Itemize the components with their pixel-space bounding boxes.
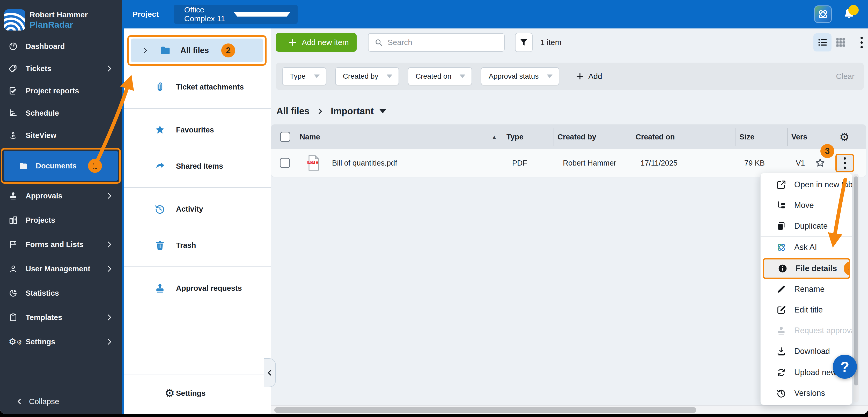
sidebar-item-schedule[interactable]: Schedule: [0, 102, 122, 124]
sidebar-item-statistics[interactable]: Statistics: [0, 281, 122, 305]
menu-item-edit-title[interactable]: Edit title: [761, 299, 852, 320]
docs-panel-item-activity[interactable]: Activity: [124, 191, 271, 227]
menu-item-move[interactable]: Move: [761, 195, 852, 216]
sidebar-item-siteview[interactable]: SiteView: [0, 124, 122, 147]
breadcrumb-current-dropdown[interactable]: Important: [331, 106, 386, 117]
filter-pill-type[interactable]: Type: [282, 67, 326, 85]
horizontal-scrollbar-thumb[interactable]: [274, 407, 696, 413]
menu-item-label: Download: [794, 347, 830, 356]
sidebar-item-label: User Management: [26, 265, 90, 273]
menu-item-file-details[interactable]: File details 4: [763, 258, 850, 279]
column-divider: [787, 128, 788, 146]
sidebar-item-label: Dashboard: [26, 42, 65, 51]
column-header-created-on[interactable]: Created on: [636, 124, 675, 149]
chevron-right-icon: [316, 107, 324, 115]
menu-item-open-in-new-tab[interactable]: Open in new tab: [761, 174, 852, 195]
app-name: PlanRadar: [30, 20, 88, 30]
add-new-item-button[interactable]: Add new item: [276, 33, 356, 52]
add-filter-button[interactable]: Add: [572, 72, 602, 81]
column-divider: [735, 128, 736, 146]
sidebar-item-settings[interactable]: ⚙⚙Settings: [0, 329, 122, 354]
breadcrumb-root[interactable]: All files: [276, 106, 310, 117]
pencil-icon: [776, 284, 786, 294]
sidebar-item-label: Documents: [36, 162, 76, 170]
folder-icon: [160, 45, 171, 56]
add-filter-label: Add: [588, 72, 602, 81]
docs-panel-item-label: Trash: [176, 241, 196, 250]
share-icon: [154, 160, 166, 172]
docs-panel-item-all-files[interactable]: All files 2: [131, 38, 263, 62]
select-all-checkbox[interactable]: [280, 132, 290, 142]
menu-item-rename[interactable]: Rename: [761, 279, 852, 299]
report-icon: [8, 86, 18, 95]
chevron-left-icon: [16, 397, 23, 405]
sidebar-item-documents[interactable]: Documents 1: [4, 151, 118, 181]
horizontal-scrollbar: [271, 405, 868, 414]
view-toggles: [813, 33, 864, 52]
filter-pill-created-on[interactable]: Created on: [408, 67, 472, 85]
sidebar-item-tickets[interactable]: Tickets: [0, 57, 122, 80]
menu-item-label: Move: [794, 201, 814, 210]
chevron-left-icon: [266, 369, 274, 377]
filter-button[interactable]: [515, 33, 533, 52]
column-header-vers[interactable]: Vers: [792, 124, 807, 149]
help-button[interactable]: ?: [833, 355, 857, 379]
docs-panel-item-approval-requests[interactable]: Approval requests: [124, 270, 271, 306]
flag-icon: [8, 240, 18, 249]
menu-item-duplicate[interactable]: Duplicate: [761, 216, 852, 236]
edit-icon: [776, 305, 786, 315]
item-count: 1 item: [540, 38, 562, 47]
sidebar-item-label: Projects: [26, 216, 55, 225]
docs-panel-item-label: Ticket attachments: [176, 83, 244, 91]
column-header-name[interactable]: Name: [300, 124, 320, 149]
column-header-created-by[interactable]: Created by: [557, 124, 596, 149]
context-menu-scrollbar-thumb[interactable]: [854, 177, 858, 385]
collapse-sidebar-button[interactable]: Collapse: [0, 389, 122, 414]
menu-item-label: Ask AI: [794, 243, 817, 252]
filter-pill-created-by[interactable]: Created by: [335, 67, 399, 85]
main-sidebar-nav: Dashboard Tickets Project reports Schedu…: [0, 35, 122, 389]
sort-ascending-icon: ▲: [492, 124, 497, 149]
collapse-panel-tab[interactable]: [264, 358, 276, 387]
sidebar-item-dashboard[interactable]: Dashboard: [0, 35, 122, 57]
docs-panel-item-trash[interactable]: Trash: [124, 227, 271, 263]
docs-panel-item-ticket-attachments[interactable]: Ticket attachments: [124, 69, 271, 105]
ask-ai-icon: [776, 242, 786, 253]
ai-assistant-button[interactable]: [814, 5, 832, 23]
docs-panel-item-shared-items[interactable]: Shared Items: [124, 148, 271, 184]
sidebar-item-label: Project reports: [26, 87, 79, 95]
column-header-type[interactable]: Type: [506, 124, 524, 149]
menu-item-ask-ai[interactable]: Ask AI: [761, 237, 852, 258]
docs-panel-item-label: Settings: [176, 389, 206, 397]
filter-pill-approval-status[interactable]: Approval status: [481, 67, 559, 85]
docs-panel-item-favourites[interactable]: Favourites: [124, 112, 271, 148]
sidebar-item-templates[interactable]: Templates: [0, 305, 122, 329]
annotation-highlight-documents: Documents 1: [1, 148, 121, 184]
planradar-ai-icon: [817, 8, 829, 20]
menu-item-versions[interactable]: Versions: [761, 383, 852, 404]
menu-item-label: Open in new tab: [794, 180, 852, 189]
user-icon: [8, 264, 18, 274]
toolbar-more-options-button[interactable]: [859, 35, 864, 50]
menu-item-label: File details: [796, 264, 837, 273]
search-input[interactable]: [387, 38, 498, 47]
table-settings-button[interactable]: ⚙: [839, 124, 850, 149]
sidebar-item-forms-and-lists[interactable]: Forms and Lists: [0, 232, 122, 257]
list-view-button[interactable]: [813, 33, 832, 52]
pie-icon: [8, 288, 18, 298]
sidebar-item-projects[interactable]: Projects: [0, 208, 122, 232]
row-checkbox[interactable]: [280, 158, 290, 168]
sidebar-item-user-management[interactable]: User Management: [0, 257, 122, 281]
row-more-options-button[interactable]: [835, 154, 854, 172]
plus-icon: [576, 72, 584, 81]
star-icon: [154, 124, 166, 135]
notifications-button[interactable]: [842, 7, 856, 22]
clear-filters-button[interactable]: Clear: [836, 72, 855, 81]
stamp-icon: [8, 191, 18, 200]
column-header-size[interactable]: Size: [739, 124, 754, 149]
grid-view-button[interactable]: [832, 33, 849, 52]
project-selector[interactable]: Office Complex 11: [174, 5, 298, 24]
sidebar-item-project-reports[interactable]: Project reports: [0, 80, 122, 102]
docs-panel-item-settings[interactable]: ⚙Settings: [124, 375, 271, 411]
sidebar-item-approvals[interactable]: Approvals: [0, 184, 122, 208]
